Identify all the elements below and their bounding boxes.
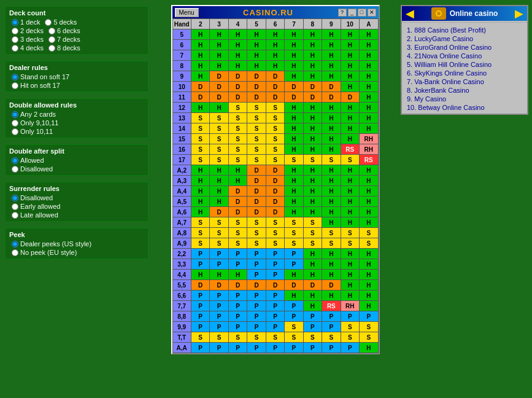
- strategy-cell: S: [191, 238, 209, 249]
- right-panel: ◀ Online casino ▶ 1. 888 Casino (Best Pr…: [397, 0, 532, 398]
- deck-8-radio[interactable]: [48, 45, 55, 52]
- das-allowed-radio[interactable]: [12, 157, 18, 164]
- casino-header: ◀ Online casino ▶: [402, 6, 527, 21]
- hand-cell: 6,6: [172, 291, 191, 301]
- deck-2-option[interactable]: 2 decks: [12, 27, 44, 34]
- casino-prev-arrow[interactable]: ◀: [406, 7, 414, 20]
- strategy-cell: H: [341, 176, 359, 186]
- strategy-cell: D: [228, 186, 247, 197]
- deck-1-radio[interactable]: [12, 19, 18, 26]
- strategy-cell: P: [210, 259, 228, 270]
- deck-6-radio[interactable]: [48, 28, 55, 34]
- strategy-cell: D: [210, 82, 228, 92]
- peek-eu-option[interactable]: No peek (EU style): [12, 249, 144, 256]
- peek-title: Peek: [9, 231, 144, 238]
- casino-item-10[interactable]: 10. Betway Online Casino: [407, 104, 522, 111]
- surrender-section: Surrender rules Disallowed Early allowed…: [5, 182, 148, 222]
- deck-7-radio[interactable]: [48, 36, 55, 43]
- casino-item-6[interactable]: 6. SkyKings Online Casino: [407, 69, 522, 77]
- strategy-cell: P: [322, 322, 341, 332]
- strategy-cell: S: [247, 113, 266, 123]
- surr-disallowed-radio[interactable]: [12, 195, 18, 201]
- das-allowed-option[interactable]: Allowed: [12, 157, 144, 164]
- hand-cell: 3,3: [172, 259, 191, 270]
- strategy-cell: P: [191, 322, 209, 332]
- strategy-cell: S: [247, 103, 266, 113]
- strategy-cell: S: [285, 332, 303, 343]
- deck-4-radio[interactable]: [12, 45, 18, 52]
- any2-option[interactable]: Any 2 cards: [12, 111, 144, 118]
- surr-late-radio[interactable]: [12, 212, 18, 219]
- help-button[interactable]: ?: [338, 9, 347, 17]
- stand-soft17-radio[interactable]: [12, 74, 18, 80]
- any2-radio[interactable]: [12, 111, 18, 118]
- peek-us-option[interactable]: Dealer peeks (US style): [12, 240, 144, 248]
- deck-1-option[interactable]: 1 deck: [12, 18, 40, 26]
- hit-soft17-option[interactable]: Hit on soft 17: [12, 82, 144, 89]
- only1011-radio[interactable]: [12, 128, 18, 135]
- strategy-table: Hand2345678910A5HHHHHHHHHH6HHHHHHHHHH7HH…: [172, 18, 379, 353]
- casino-item-2[interactable]: 2. LuckyGame Casino: [407, 35, 522, 42]
- das-disallowed-option[interactable]: Disallowed: [12, 165, 144, 173]
- casino-next-arrow[interactable]: ▶: [515, 7, 523, 20]
- deck-5-radio[interactable]: [45, 19, 52, 26]
- strategy-cell: H: [285, 123, 303, 134]
- deck-6-option[interactable]: 6 decks: [48, 27, 80, 34]
- hand-cell: 17: [172, 155, 191, 165]
- strategy-cell: D: [247, 92, 266, 103]
- strategy-cell: H: [322, 113, 341, 123]
- casino-item-1[interactable]: 1. 888 Casino (Best Profit): [407, 26, 522, 34]
- double-split-title: Double after split: [9, 147, 144, 155]
- deck-2-radio[interactable]: [12, 28, 18, 34]
- strategy-cell: S: [341, 155, 359, 165]
- das-disallowed-radio[interactable]: [12, 166, 18, 173]
- strategy-cell: P: [247, 322, 266, 332]
- hand-cell: 12: [172, 103, 191, 113]
- deck-count-group: 1 deck 5 decks 2 decks 6 decks 3 decks: [12, 18, 144, 52]
- table-row: 16SSSSSHHHRSRH: [172, 144, 378, 155]
- deck-3-option[interactable]: 3 decks: [12, 36, 44, 43]
- strategy-cell: S: [191, 228, 209, 238]
- casino-item-4[interactable]: 4. 21Nova Online Casino: [407, 52, 522, 60]
- only1011-option[interactable]: Only 10,11: [12, 128, 144, 135]
- surr-late-option[interactable]: Late allowed: [12, 211, 144, 219]
- hand-cell: 10: [172, 82, 191, 92]
- casino-item-5[interactable]: 5. William Hill Online Casino: [407, 61, 522, 68]
- surr-early-radio[interactable]: [12, 203, 18, 210]
- hand-cell: 4,4: [172, 270, 191, 280]
- casino-item-7[interactable]: 7. Va-Bank Online Casino: [407, 78, 522, 85]
- casino-item-9[interactable]: 9. My Casino: [407, 95, 522, 103]
- table-row: 6HHHHHHHHHH: [172, 40, 378, 50]
- strategy-cell: P: [191, 301, 209, 311]
- deck-3-radio[interactable]: [12, 36, 18, 43]
- casino-item-3[interactable]: 3. EuroGrand Online Casino: [407, 44, 522, 51]
- dealer-rules-section: Dealer rules Stand on soft 17 Hit on sof…: [5, 61, 148, 92]
- minimize-button[interactable]: _: [348, 9, 357, 17]
- strategy-cell: H: [210, 165, 228, 176]
- surr-disallowed-option[interactable]: Disallowed: [12, 194, 144, 201]
- hit-soft17-radio[interactable]: [12, 82, 18, 89]
- close-button[interactable]: ✕: [368, 9, 376, 17]
- surr-early-option[interactable]: Early allowed: [12, 203, 144, 210]
- strategy-cell: P: [303, 322, 322, 332]
- stand-soft17-option[interactable]: Stand on soft 17: [12, 73, 144, 80]
- only91011-radio[interactable]: [12, 120, 18, 127]
- only91011-option[interactable]: Only 9,10,11: [12, 119, 144, 127]
- maximize-button[interactable]: □: [358, 9, 366, 17]
- deck-8-option[interactable]: 8 decks: [48, 44, 80, 52]
- casino-item-8[interactable]: 8. JokerBank Casino: [407, 87, 522, 94]
- deck-7-option[interactable]: 7 decks: [48, 36, 80, 43]
- strategy-cell: H: [341, 50, 359, 61]
- peek-us-radio[interactable]: [12, 241, 18, 248]
- strategy-cell: P: [247, 311, 266, 322]
- peek-eu-radio[interactable]: [12, 249, 18, 256]
- strategy-cell: H: [322, 259, 341, 270]
- strategy-cell: D: [247, 197, 266, 207]
- menu-button[interactable]: Menu: [175, 8, 199, 17]
- deck-4-option[interactable]: 4 decks: [12, 44, 44, 52]
- strategy-cell: S: [322, 238, 341, 249]
- strategy-cell: D: [228, 280, 247, 291]
- strategy-cell: H: [285, 270, 303, 280]
- strategy-cell: H: [360, 165, 378, 176]
- deck-5-option[interactable]: 5 decks: [45, 18, 77, 26]
